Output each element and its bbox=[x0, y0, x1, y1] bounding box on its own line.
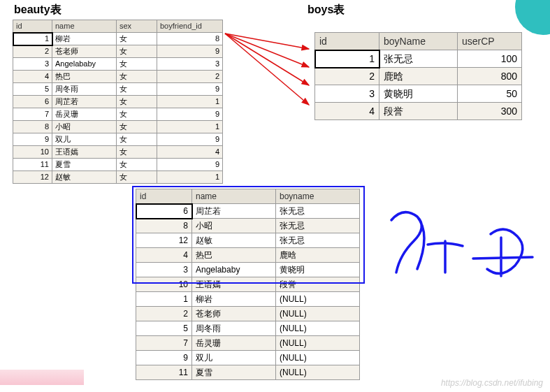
table-row: 4段誉300 bbox=[315, 103, 522, 120]
cell-bf: 4 bbox=[157, 146, 223, 159]
table-row: 3Angelababy黄晓明 bbox=[136, 263, 360, 277]
result-table: id name boyname 6周芷若张无忌8小昭张无忌12赵敏张无忌4热巴鹿… bbox=[136, 189, 360, 380]
table-row: 1柳岩(NULL) bbox=[136, 292, 360, 307]
cell-name: 小昭 bbox=[192, 219, 276, 233]
cell-id: 1 bbox=[315, 50, 379, 68]
cell-id: 11 bbox=[13, 159, 52, 171]
svg-line-0 bbox=[225, 34, 309, 49]
cell-sex: 女 bbox=[117, 146, 157, 159]
cell-name: 王语嫣 bbox=[192, 277, 276, 292]
beauty-table: id name sex boyfriend_id 1柳岩女82苍老师女93Ang… bbox=[13, 20, 223, 184]
cell-bf: 8 bbox=[157, 33, 223, 45]
table-row: 9双儿(NULL) bbox=[136, 351, 360, 365]
cell-id: 11 bbox=[136, 365, 192, 380]
cell-bf: 9 bbox=[157, 133, 223, 146]
cell-id: 7 bbox=[13, 108, 52, 121]
cell-bf: 9 bbox=[157, 83, 223, 96]
cell-id: 2 bbox=[136, 307, 192, 321]
table-row: 12赵敏张无忌 bbox=[136, 233, 360, 248]
cell-name: 赵敏 bbox=[52, 171, 117, 184]
boys-th-id: id bbox=[315, 33, 379, 50]
table-row: 7岳灵珊女9 bbox=[13, 108, 223, 121]
cell-boyname: (NULL) bbox=[276, 336, 360, 351]
cell-id: 4 bbox=[13, 71, 52, 83]
table-row: 4热巴鹿晗 bbox=[136, 248, 360, 263]
cell-bf: 1 bbox=[157, 171, 223, 184]
cell-name: 小昭 bbox=[52, 121, 117, 133]
table-row: 4热巴女2 bbox=[13, 71, 223, 83]
cell-name: 王语嫣 bbox=[52, 146, 117, 159]
cell-name: 双儿 bbox=[192, 351, 276, 365]
cell-id: 12 bbox=[13, 171, 52, 184]
cell-boyname: (NULL) bbox=[276, 365, 360, 380]
relation-arrows bbox=[224, 22, 321, 134]
cell-sex: 女 bbox=[117, 45, 157, 58]
cell-id: 6 bbox=[13, 96, 52, 108]
cell-id: 10 bbox=[136, 277, 192, 292]
cell-id: 10 bbox=[13, 146, 52, 159]
cell-boyname: 张无忌 bbox=[276, 233, 360, 248]
cell-sex: 女 bbox=[117, 121, 157, 133]
table-row: 6周芷若女1 bbox=[13, 96, 223, 108]
boys-title: boys表 bbox=[307, 3, 345, 17]
table-row: 6周芷若张无忌 bbox=[136, 204, 360, 219]
svg-line-1 bbox=[225, 34, 309, 67]
cell-id: 4 bbox=[136, 248, 192, 263]
cell-id: 3 bbox=[136, 263, 192, 277]
decorative-corner bbox=[515, 0, 550, 35]
cell-usercp: 300 bbox=[458, 103, 522, 120]
cell-id: 7 bbox=[136, 336, 192, 351]
cell-name: 周冬雨 bbox=[192, 321, 276, 336]
table-row: 11夏雪女9 bbox=[13, 159, 223, 171]
cell-boyname: 张无忌 bbox=[379, 50, 458, 68]
cell-id: 5 bbox=[13, 83, 52, 96]
boys-th-boyname: boyName bbox=[379, 33, 458, 50]
table-row: 5周冬雨女9 bbox=[13, 83, 223, 96]
cell-usercp: 100 bbox=[458, 50, 522, 68]
table-row: 1柳岩女8 bbox=[13, 33, 223, 45]
cell-name: 双儿 bbox=[52, 133, 117, 146]
cell-name: Angelababy bbox=[192, 263, 276, 277]
cell-name: 周芷若 bbox=[52, 96, 117, 108]
cell-sex: 女 bbox=[117, 83, 157, 96]
cell-bf: 9 bbox=[157, 108, 223, 121]
watermark-text: https://blog.csdn.net/ifubing bbox=[441, 378, 543, 388]
table-row: 10王语嫣女4 bbox=[13, 146, 223, 159]
cell-boyname: 张无忌 bbox=[276, 204, 360, 219]
cell-boyname: 张无忌 bbox=[276, 219, 360, 233]
cell-name: 热巴 bbox=[192, 248, 276, 263]
svg-line-3 bbox=[225, 34, 309, 105]
cell-bf: 2 bbox=[157, 71, 223, 83]
table-row: 3黄晓明50 bbox=[315, 85, 522, 103]
cell-id: 12 bbox=[136, 233, 192, 248]
cell-boyname: (NULL) bbox=[276, 351, 360, 365]
table-row: 8小昭张无忌 bbox=[136, 219, 360, 233]
table-row: 1张无忌100 bbox=[315, 50, 522, 68]
cell-name: 赵敏 bbox=[192, 233, 276, 248]
cell-bf: 9 bbox=[157, 45, 223, 58]
cell-bf: 9 bbox=[157, 159, 223, 171]
beauty-th-name: name bbox=[52, 20, 117, 33]
cell-id: 2 bbox=[315, 68, 379, 85]
cell-boyname: 黄晓明 bbox=[276, 263, 360, 277]
beauty-th-bf: boyfriend_id bbox=[157, 20, 223, 33]
cell-id: 1 bbox=[136, 292, 192, 307]
cell-sex: 女 bbox=[117, 33, 157, 45]
cell-sex: 女 bbox=[117, 171, 157, 184]
table-row: 2鹿晗800 bbox=[315, 68, 522, 85]
beauty-th-sex: sex bbox=[117, 20, 157, 33]
beauty-title: beauty表 bbox=[14, 3, 61, 17]
cell-id: 2 bbox=[13, 45, 52, 58]
table-row: 9双儿女9 bbox=[13, 133, 223, 146]
decorative-pink-bar bbox=[0, 370, 84, 385]
table-row: 10王语嫣段誉 bbox=[136, 277, 360, 292]
result-th-id: id bbox=[136, 189, 192, 204]
table-row: 2苍老师女9 bbox=[13, 45, 223, 58]
beauty-th-id: id bbox=[13, 20, 52, 33]
cell-boyname: (NULL) bbox=[276, 307, 360, 321]
table-row: 8小昭女1 bbox=[13, 121, 223, 133]
cell-name: 周芷若 bbox=[192, 204, 276, 219]
cell-name: 夏雪 bbox=[192, 365, 276, 380]
cell-id: 4 bbox=[315, 103, 379, 120]
table-row: 2苍老师(NULL) bbox=[136, 307, 360, 321]
